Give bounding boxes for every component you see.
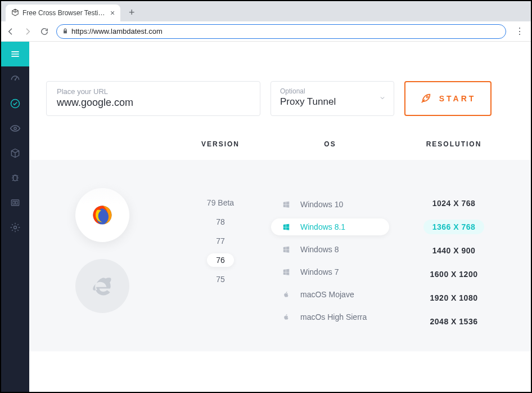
os-item[interactable]: Windows 8.1 — [271, 218, 389, 235]
svg-point-0 — [15, 79, 16, 81]
header-resolution: RESOLUTION — [426, 140, 482, 148]
resolution-item[interactable]: 2048 X 1536 — [421, 314, 487, 329]
os-item[interactable]: Windows 10 — [271, 196, 389, 213]
os-item-label: Windows 8.1 — [300, 222, 345, 231]
start-button-label: START — [439, 94, 476, 103]
url-input[interactable]: Place your URL www.google.com — [46, 81, 260, 116]
proxy-label: Optional — [280, 87, 385, 95]
version-item[interactable]: 79 Beta — [198, 196, 243, 209]
address-bar-url: https://www.lambdatest.com — [71, 27, 163, 35]
rocket-icon — [420, 92, 432, 106]
version-item[interactable]: 77 — [207, 234, 234, 248]
os-item-label: Windows 8 — [300, 245, 339, 254]
resolution-item[interactable]: 1024 X 768 — [423, 196, 485, 211]
proxy-value: Proxy Tunnel — [280, 96, 385, 108]
browser-ie[interactable] — [75, 259, 129, 313]
version-item[interactable]: 78 — [207, 215, 234, 229]
sidebar-item-integrations[interactable] — [1, 190, 29, 215]
start-button[interactable]: START — [404, 81, 492, 116]
browser-firefox[interactable] — [75, 188, 129, 242]
os-item-label: Windows 10 — [300, 200, 343, 209]
svg-point-7 — [426, 96, 428, 97]
browser-toolbar: https://www.lambdatest.com ⋮ — [1, 21, 531, 42]
os-item[interactable]: Windows 7 — [271, 264, 389, 280]
lock-icon — [62, 28, 68, 35]
windows-icon — [282, 223, 290, 231]
sidebar-item-visual[interactable] — [1, 116, 29, 141]
resolution-item[interactable]: 1440 X 900 — [423, 243, 485, 258]
resolution-item[interactable]: 1920 X 1080 — [421, 291, 487, 305]
browser-column — [29, 160, 175, 329]
proxy-tunnel-select[interactable]: Optional Proxy Tunnel — [270, 81, 394, 116]
version-item[interactable]: 76 — [207, 253, 234, 267]
back-button[interactable] — [6, 27, 16, 36]
header-os: OS — [324, 140, 336, 148]
os-item[interactable]: Windows 8 — [271, 241, 389, 258]
url-input-value: www.google.com — [57, 97, 250, 109]
version-item[interactable]: 75 — [207, 273, 234, 286]
os-item-label: Windows 7 — [300, 267, 339, 276]
windows-icon — [282, 245, 290, 253]
resolution-item[interactable]: 1600 X 1200 — [421, 267, 487, 282]
svg-rect-5 — [16, 202, 17, 204]
browser-tab[interactable]: Free Cross Browser Testing Clou × — [6, 5, 120, 21]
os-item[interactable]: macOs High Sierra — [271, 309, 389, 325]
resolution-column: 1024 X 7681366 X 7681440 X 9001600 X 120… — [395, 160, 513, 329]
sidebar-item-settings[interactable] — [1, 215, 29, 240]
os-column: Windows 10Windows 8.1Windows 8Windows 7m… — [265, 160, 395, 329]
sidebar-toggle-button[interactable] — [1, 42, 29, 66]
sidebar-item-bug[interactable] — [1, 166, 29, 190]
apple-icon — [282, 313, 290, 321]
new-tab-button[interactable]: + — [124, 5, 139, 20]
sidebar-item-realtime[interactable] — [1, 91, 29, 116]
resolution-item[interactable]: 1366 X 768 — [423, 220, 485, 234]
sidebar — [1, 42, 29, 392]
svg-point-2 — [14, 127, 16, 129]
browser-tab-title: Free Cross Browser Testing Clou — [22, 9, 107, 17]
svg-rect-4 — [13, 202, 15, 204]
os-item-label: macOS Mojave — [300, 290, 354, 299]
close-tab-icon[interactable]: × — [110, 8, 115, 17]
sidebar-item-package[interactable] — [1, 141, 29, 166]
browser-tab-strip: Free Cross Browser Testing Clou × + — [1, 1, 531, 21]
reload-button[interactable] — [39, 27, 49, 36]
header-version: VERSION — [201, 140, 240, 148]
windows-icon — [282, 200, 290, 208]
sidebar-item-dashboard[interactable] — [1, 66, 29, 91]
os-item[interactable]: macOS Mojave — [271, 286, 389, 303]
chevron-down-icon — [379, 93, 386, 104]
os-item-label: macOs High Sierra — [300, 312, 367, 321]
version-column: 79 Beta78777675 — [175, 160, 265, 329]
svg-point-6 — [14, 226, 17, 229]
windows-icon — [282, 268, 290, 276]
apple-icon — [282, 291, 290, 298]
address-bar[interactable]: https://www.lambdatest.com — [56, 24, 506, 39]
url-input-label: Place your URL — [57, 87, 250, 96]
lambdatest-favicon-icon — [11, 8, 19, 18]
forward-button[interactable] — [22, 27, 33, 36]
main-panel: Place your URL www.google.com Optional P… — [29, 42, 531, 392]
browser-menu-button[interactable]: ⋮ — [513, 26, 526, 37]
